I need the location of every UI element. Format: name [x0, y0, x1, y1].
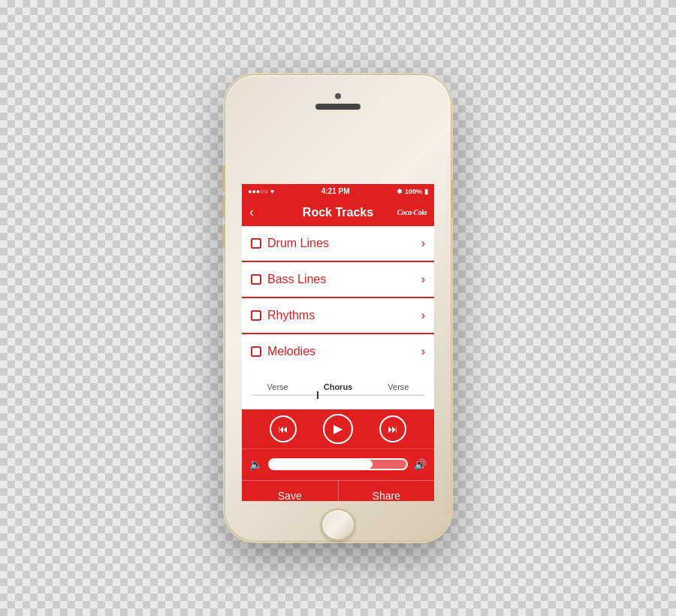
phone-screen: ●●●○○ ▾ 4:21 PM ✱ 100% ▮ ‹ Rock Tracks C… — [242, 184, 434, 501]
chevron-rhythms: › — [421, 309, 425, 322]
coca-cola-logo: Coca-Cola — [397, 208, 427, 216]
back-button[interactable]: ‹ — [249, 204, 254, 220]
menu-label-melodies: Melodies — [267, 345, 315, 358]
volume-section: 🔈 🔊 — [242, 448, 434, 480]
menu-label-drum-lines: Drum Lines — [267, 237, 329, 250]
battery-level: 100% — [405, 188, 422, 195]
battery-icon: ▮ — [424, 188, 428, 195]
status-time: 4:21 PM — [321, 187, 350, 195]
checkbox-rhythms[interactable] — [251, 310, 261, 321]
menu-item-bass-lines[interactable]: Bass Lines › — [242, 262, 434, 297]
timeline-section: Verse Chorus Verse — [242, 370, 434, 409]
speaker-slot — [315, 104, 361, 110]
play-icon: ▶ — [333, 421, 343, 436]
status-right: ✱ 100% ▮ — [397, 188, 428, 195]
menu-list: Drum Lines › Bass Lines › Rhythms › — [242, 226, 434, 369]
bluetooth-icon: ✱ — [397, 188, 403, 195]
prev-button[interactable]: ⏮ — [270, 415, 297, 442]
timeline-chorus: Chorus — [324, 382, 353, 391]
phone-top-area — [225, 75, 451, 128]
volume-fill — [270, 460, 373, 469]
home-button[interactable] — [321, 509, 355, 541]
menu-label-bass-lines: Bass Lines — [267, 273, 326, 286]
checkbox-bass-lines[interactable] — [251, 274, 261, 285]
prev-icon: ⏮ — [278, 423, 288, 435]
next-icon: ⏭ — [388, 423, 398, 435]
nav-bar: ‹ Rock Tracks Coca-Cola — [242, 199, 434, 226]
menu-item-drum-lines[interactable]: Drum Lines › — [242, 226, 434, 261]
checkbox-drum-lines[interactable] — [251, 238, 261, 249]
vol-down-button[interactable] — [222, 225, 225, 248]
phone-device: ●●●○○ ▾ 4:21 PM ✱ 100% ▮ ‹ Rock Tracks C… — [225, 75, 451, 541]
timeline-bar[interactable] — [252, 394, 424, 396]
next-button[interactable]: ⏭ — [379, 415, 406, 442]
volume-high-icon: 🔊 — [414, 458, 427, 470]
chevron-bass-lines: › — [421, 273, 425, 286]
playback-section: ⏮ ▶ ⏭ — [242, 409, 434, 448]
play-button[interactable]: ▶ — [323, 414, 353, 444]
action-bar: Save Share — [242, 480, 434, 501]
timeline-verse-1: Verse — [267, 382, 288, 391]
menu-label-rhythms: Rhythms — [267, 309, 315, 322]
chevron-drum-lines: › — [421, 237, 425, 250]
volume-slider[interactable] — [268, 458, 408, 470]
save-button[interactable]: Save — [242, 481, 339, 501]
wifi-icon: ▾ — [270, 188, 274, 195]
status-left: ●●●○○ ▾ — [248, 188, 274, 195]
status-bar: ●●●○○ ▾ 4:21 PM ✱ 100% ▮ — [242, 184, 434, 199]
chevron-melodies: › — [421, 345, 425, 358]
camera-dot — [335, 93, 341, 99]
vol-up-button[interactable] — [222, 195, 225, 218]
nav-title: Rock Tracks — [303, 206, 373, 219]
volume-low-icon: 🔈 — [249, 458, 262, 470]
timeline-verse-2: Verse — [388, 382, 409, 391]
signal-indicator: ●●●○○ — [248, 188, 268, 195]
checkbox-melodies[interactable] — [251, 346, 261, 357]
timeline-labels: Verse Chorus Verse — [242, 382, 434, 391]
menu-item-melodies[interactable]: Melodies › — [242, 334, 434, 369]
timeline-cursor — [317, 391, 318, 399]
share-button[interactable]: Share — [339, 481, 435, 501]
menu-item-rhythms[interactable]: Rhythms › — [242, 298, 434, 333]
